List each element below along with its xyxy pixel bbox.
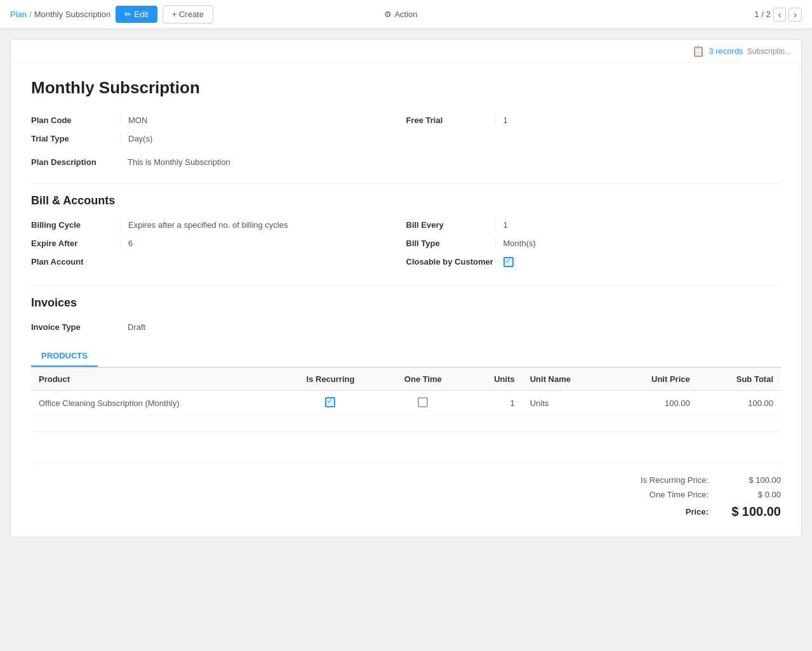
- bill-type-label: Bill Type: [406, 237, 495, 248]
- table-row: Office Cleaning Subscription (Monthly) 1…: [31, 391, 781, 416]
- recurring-price-row: Is Recurring Price: $ 100.00: [31, 473, 781, 487]
- plan-code-section: Plan Code MON Trial Type Day(s): [31, 110, 406, 147]
- price-label: Price:: [620, 507, 709, 516]
- plan-description-row: Plan Description This is Monthly Subscri…: [31, 152, 781, 171]
- row-is-recurring: [280, 391, 381, 416]
- create-button[interactable]: + Create: [163, 5, 213, 23]
- edit-button[interactable]: ✏ Edit: [116, 6, 157, 23]
- row-product: Office Cleaning Subscription (Monthly): [31, 391, 280, 416]
- free-trial-value: 1: [495, 114, 782, 125]
- basic-fields-grid: Plan Code MON Trial Type Day(s) Free Tri…: [31, 110, 781, 147]
- plan-code-label: Plan Code: [31, 114, 120, 125]
- bill-every-value: 1: [495, 219, 782, 230]
- col-unit-price: Unit Price: [612, 368, 698, 391]
- closable-label: Closable by Customer: [406, 256, 495, 266]
- row-sub-total: 100.00: [698, 391, 781, 416]
- col-unit-name: Unit Name: [522, 368, 612, 391]
- breadcrumb-separator: /: [29, 10, 32, 19]
- col-units: Units: [465, 368, 522, 391]
- products-table-wrap: Product Is Recurring One Time Units Unit…: [31, 367, 781, 416]
- one-time-checkbox: [418, 397, 428, 407]
- main-area: 📋 3 records Subscriptio... Monthly Subsc…: [0, 29, 812, 548]
- topbar: Plan / Monthly Subscription ✏ Edit + Cre…: [0, 0, 812, 29]
- invoice-type-value: Draft: [120, 321, 781, 332]
- closable-row: Closable by Customer: [406, 252, 782, 273]
- col-one-time: One Time: [381, 368, 465, 391]
- tabs: PRODUCTS: [31, 346, 781, 367]
- closable-checkbox: [503, 257, 514, 267]
- plan-account-label: Plan Account: [31, 256, 120, 266]
- one-time-price-value: $ 0.00: [724, 490, 781, 499]
- record-card: 📋 3 records Subscriptio... Monthly Subsc…: [10, 39, 802, 537]
- billing-cycle-value: Expires after a specified no. of billing…: [120, 219, 406, 230]
- plan-code-value: MON: [120, 114, 406, 125]
- action-label: Action: [394, 10, 417, 19]
- breadcrumb-current: Monthly Subscription: [34, 10, 111, 19]
- col-product: Product: [31, 368, 280, 391]
- bill-right: Bill Every 1 Bill Type Month(s) Closable…: [406, 215, 782, 273]
- total-price-row: Price: $ 100.00: [31, 502, 781, 522]
- table-header-row: Product Is Recurring One Time Units Unit…: [31, 368, 781, 391]
- form-title: Monthly Subscription: [31, 78, 781, 98]
- free-trial-section: Free Trial 1: [406, 110, 782, 147]
- trial-type-value: Day(s): [120, 133, 406, 143]
- trial-type-row: Trial Type Day(s): [31, 129, 406, 147]
- form-body: Monthly Subscription Plan Code MON Trial…: [11, 63, 801, 431]
- action-button[interactable]: ⚙ Action: [384, 10, 417, 19]
- edit-label: Edit: [134, 10, 148, 19]
- records-count[interactable]: 3 records: [709, 46, 743, 56]
- invoices-title: Invoices: [31, 286, 781, 310]
- toolbar: ✏ Edit + Create ⚙ Action 1 / 2 ‹ ›: [116, 5, 802, 23]
- bill-type-row: Bill Type Month(s): [406, 233, 782, 252]
- breadcrumb-parent[interactable]: Plan: [10, 10, 27, 19]
- bill-left: Billing Cycle Expires after a specified …: [31, 215, 406, 273]
- row-unit-price: 100.00: [612, 391, 698, 416]
- one-time-price-label: One Time Price:: [620, 490, 709, 499]
- closable-value: [495, 256, 782, 269]
- invoice-type-label: Invoice Type: [31, 321, 120, 332]
- bill-every-row: Bill Every 1: [406, 215, 782, 233]
- billing-cycle-label: Billing Cycle: [31, 219, 120, 230]
- next-page-button[interactable]: ›: [789, 8, 802, 22]
- pagination-text: 1 / 2: [754, 10, 770, 19]
- gear-icon: ⚙: [384, 10, 392, 19]
- products-table: Product Is Recurring One Time Units Unit…: [31, 367, 781, 416]
- plan-code-row: Plan Code MON: [31, 110, 406, 129]
- recurring-price-value: $ 100.00: [724, 475, 781, 485]
- recurring-checkbox: [325, 397, 335, 407]
- row-one-time: [381, 391, 465, 416]
- breadcrumb: Plan / Monthly Subscription: [10, 10, 110, 19]
- col-is-recurring: Is Recurring: [280, 368, 381, 391]
- expire-after-label: Expire After: [31, 237, 120, 248]
- trial-type-label: Trial Type: [31, 133, 120, 143]
- records-icon: 📋: [692, 45, 705, 57]
- bill-every-label: Bill Every: [406, 219, 495, 230]
- plan-description-value: This is Monthly Subscription: [120, 156, 781, 167]
- recurring-price-label: Is Recurring Price:: [620, 475, 709, 485]
- row-unit-name: Units: [522, 391, 612, 416]
- bill-type-value: Month(s): [495, 237, 782, 248]
- records-subtitle: Subscriptio...: [747, 47, 791, 56]
- free-trial-label: Free Trial: [406, 114, 495, 125]
- expire-after-row: Expire After 6: [31, 233, 406, 252]
- pagination: 1 / 2 ‹ ›: [754, 8, 802, 22]
- plan-account-row: Plan Account: [31, 252, 406, 270]
- free-trial-row: Free Trial 1: [406, 110, 782, 129]
- prev-page-button[interactable]: ‹: [773, 8, 787, 22]
- plan-description-label: Plan Description: [31, 156, 120, 167]
- col-sub-total: Sub Total: [698, 368, 781, 391]
- bill-grid: Billing Cycle Expires after a specified …: [31, 215, 781, 273]
- one-time-price-row: One Time Price: $ 0.00: [31, 487, 781, 502]
- records-bar: 📋 3 records Subscriptio...: [11, 40, 801, 63]
- bill-accounts-title: Bill & Accounts: [31, 183, 781, 207]
- tab-products[interactable]: PRODUCTS: [31, 346, 98, 367]
- edit-icon: ✏: [124, 10, 131, 19]
- invoice-type-row: Invoice Type Draft: [31, 317, 781, 336]
- billing-cycle-row: Billing Cycle Expires after a specified …: [31, 215, 406, 233]
- plan-account-value: [120, 256, 406, 257]
- row-units: 1: [465, 391, 522, 416]
- price-value: $ 100.00: [724, 504, 781, 519]
- create-label: + Create: [172, 10, 204, 19]
- summary-section: Is Recurring Price: $ 100.00 One Time Pr…: [11, 463, 801, 537]
- expire-after-value: 6: [120, 237, 406, 248]
